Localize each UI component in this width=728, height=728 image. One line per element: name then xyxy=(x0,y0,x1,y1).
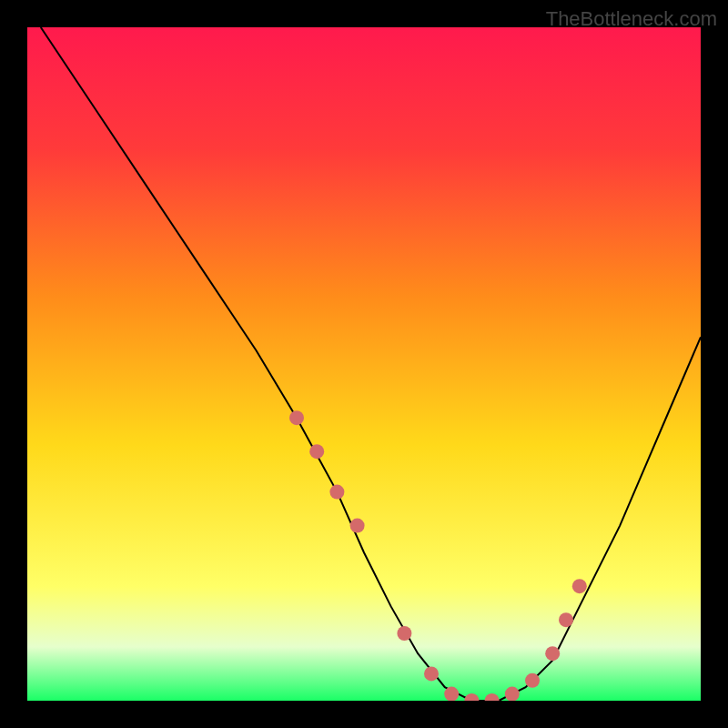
marker-dot xyxy=(545,646,560,661)
marker-dot xyxy=(309,444,324,459)
gradient-background xyxy=(27,27,701,701)
marker-dot xyxy=(350,519,365,533)
watermark-text: TheBottleneck.com xyxy=(546,7,717,31)
marker-dot xyxy=(424,666,439,681)
marker-dot xyxy=(525,673,540,688)
chart-container xyxy=(27,27,701,701)
marker-dot xyxy=(559,612,573,627)
marker-dot xyxy=(329,485,344,500)
marker-dot xyxy=(572,579,587,593)
chart-svg xyxy=(27,27,701,701)
marker-dot xyxy=(289,410,304,425)
marker-dot xyxy=(444,687,459,701)
marker-dot xyxy=(397,626,411,641)
marker-dot xyxy=(505,687,520,701)
